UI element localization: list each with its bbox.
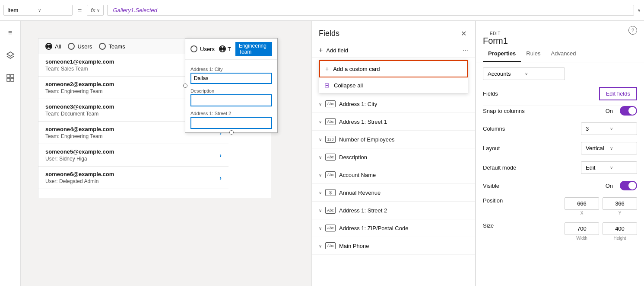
sidebar: ≡ — [0, 21, 21, 286]
tab-advanced[interactable]: Advanced — [546, 46, 581, 62]
add-field-plus-icon: + — [319, 46, 323, 54]
default-mode-value: Edit — [586, 164, 608, 171]
field-item[interactable]: ∨ 123 Number of Employees — [312, 131, 475, 148]
collapse-all-label: Collapse all — [334, 82, 363, 89]
radio-users[interactable]: Users — [68, 43, 92, 50]
snap-label: Snap to columns — [483, 108, 525, 114]
field-type-icon: Abc — [325, 154, 336, 161]
columns-chevron: ∨ — [610, 126, 632, 131]
tab-rules[interactable]: Rules — [521, 46, 546, 62]
accounts-label: Accounts — [488, 71, 523, 77]
top-bar: Item ∨ = fx ∨ Gallery1.Selected ∨ — [0, 0, 644, 21]
fields-label: Fields — [483, 90, 498, 97]
fx-button[interactable]: fx ∨ — [87, 5, 104, 16]
form-overlay: Users T Engineering Team Address 1: City… — [185, 38, 278, 133]
field-item[interactable]: ∨ $ Annual Revenue — [312, 184, 475, 202]
field-item[interactable]: ∨ Abc Account Name — [312, 166, 475, 184]
properties-panel: EDIT Form1 ? Properties Rules Advanced A… — [476, 21, 644, 286]
fields-row: Fields Edit fields — [483, 87, 637, 106]
field-name-text: Number of Employees — [339, 136, 395, 143]
radio-teams[interactable]: Teams — [99, 43, 125, 50]
fx-label: fx — [91, 7, 95, 13]
data-source-row: Accounts ∨ — [483, 67, 637, 80]
formula-box[interactable]: Gallery1.Selected — [107, 5, 634, 16]
canvas-area: All Users Teams someone1@example — [21, 21, 311, 286]
position-x-input[interactable] — [565, 197, 599, 210]
edit-label: EDIT — [483, 26, 508, 36]
list-item[interactable]: someone6@example.com User: Delegated Adm… — [38, 167, 228, 189]
svg-rect-4 — [11, 78, 14, 81]
layout-value: Vertical — [586, 145, 608, 151]
visible-toggle[interactable] — [620, 181, 637, 190]
field-type-icon: Abc — [325, 118, 336, 125]
layout-label: Layout — [483, 145, 500, 151]
field-item[interactable]: ∨ Abc Address 1: ZIP/Postal Code — [312, 219, 475, 237]
equals-sign: = — [76, 6, 83, 14]
overlay-radio-t[interactable]: T — [219, 45, 231, 52]
height-label: Height — [614, 236, 626, 241]
add-custom-card-label: Add a custom card — [333, 66, 380, 72]
sidebar-layers-icon[interactable] — [3, 48, 17, 62]
columns-dropdown[interactable]: 3 ∨ — [581, 122, 637, 135]
accounts-dropdown[interactable]: Accounts ∨ — [483, 67, 565, 80]
form-title: Form1 — [483, 36, 508, 46]
field-item[interactable]: ∨ Abc Address 1: City — [312, 95, 475, 113]
engineering-team-badge[interactable]: Engineering Team — [235, 42, 272, 56]
layout-dropdown[interactable]: Vertical ∨ — [581, 142, 637, 154]
chevron-right-icon: › — [219, 152, 222, 159]
collapse-icon: ⊟ — [324, 82, 330, 89]
size-label: Size — [483, 222, 494, 229]
item-dropdown[interactable]: Item ∨ — [3, 5, 73, 16]
overlay-radio-users[interactable]: Users — [190, 45, 215, 52]
fx-chevron: ∨ — [97, 8, 100, 13]
add-field-label: Add field — [326, 47, 348, 54]
street2-field-value[interactable] — [190, 117, 272, 129]
visible-row: Visible On — [483, 181, 637, 190]
columns-value: 3 — [586, 125, 608, 132]
visible-toggle-knob — [628, 182, 636, 190]
fields-title: Fields — [319, 29, 339, 38]
y-label: Y — [619, 211, 622, 215]
field-item[interactable]: ∨ Abc Address 1: Street 2 — [312, 202, 475, 219]
sidebar-grid-icon[interactable] — [3, 71, 17, 85]
field-name-text: Address 1: City — [339, 101, 377, 107]
overlay-radio-t-circle — [219, 45, 226, 52]
help-icon[interactable]: ? — [628, 26, 637, 35]
field-item[interactable]: ∨ Abc Main Phone — [312, 237, 475, 255]
radio-all[interactable]: All — [45, 43, 61, 50]
field-type-icon: Abc — [325, 207, 336, 214]
width-label: Width — [576, 236, 587, 241]
collapse-all-item[interactable]: ⊟ Collapse all — [319, 77, 468, 93]
field-type-icon: Abc — [325, 225, 336, 231]
resize-handle-bottom[interactable] — [229, 130, 234, 135]
size-width-input[interactable] — [565, 222, 599, 235]
fields-more-icon[interactable]: ··· — [463, 46, 468, 54]
field-type-icon: Abc — [325, 171, 336, 178]
svg-rect-1 — [7, 74, 10, 77]
size-height-input[interactable] — [603, 222, 637, 235]
tab-properties[interactable]: Properties — [483, 46, 521, 62]
position-y-input[interactable] — [603, 197, 637, 210]
radio-users-circle — [68, 43, 75, 50]
resize-handle-left[interactable] — [183, 84, 187, 88]
edit-fields-button[interactable]: Edit fields — [599, 87, 637, 100]
field-name-text: Description — [339, 154, 367, 161]
default-mode-chevron: ∨ — [610, 165, 632, 170]
form-fields: Address 1: City Dallas Description Addre… — [185, 60, 277, 132]
custom-card-plus-icon: + — [325, 65, 329, 72]
default-mode-dropdown[interactable]: Edit ∨ — [581, 161, 637, 174]
field-item[interactable]: ∨ Abc Description — [312, 148, 475, 166]
columns-row: Columns 3 ∨ — [483, 122, 637, 135]
fields-close-icon[interactable]: ✕ — [459, 28, 468, 39]
add-custom-card-item[interactable]: + Add a custom card — [319, 60, 468, 77]
add-field-button[interactable]: + Add field ··· — [312, 43, 475, 58]
sidebar-menu-icon[interactable]: ≡ — [3, 26, 17, 40]
field-chevron-icon: ∨ — [319, 173, 322, 177]
list-item[interactable]: someone5@example.com User: Sidney Higa › — [38, 144, 228, 167]
default-mode-label: Default mode — [483, 164, 516, 171]
snap-toggle[interactable] — [620, 106, 637, 116]
formula-text: Gallery1.Selected — [113, 7, 157, 13]
city-field-value[interactable]: Dallas — [190, 73, 272, 84]
field-item[interactable]: ∨ Abc Address 1: Street 1 — [312, 113, 475, 131]
description-field-value[interactable] — [190, 94, 272, 106]
